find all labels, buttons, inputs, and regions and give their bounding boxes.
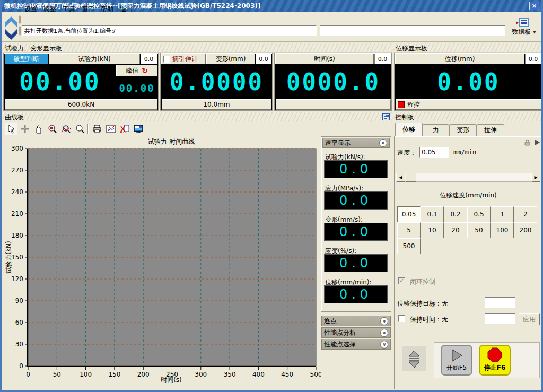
- tab-displacement[interactable]: 位移: [395, 123, 423, 136]
- zoom-curve-tool-button[interactable]: [60, 123, 73, 135]
- rate-deform-value: 0.0: [324, 223, 388, 241]
- collapse-down-icon[interactable]: «: [380, 317, 388, 325]
- printer-icon: [92, 124, 102, 134]
- menu-item-window[interactable]: 窗口: [79, 4, 97, 13]
- section-perf-select[interactable]: 性能点选择 «: [321, 339, 391, 350]
- speed-preset-button[interactable]: 0.1: [421, 206, 444, 222]
- rate-displacement-value: 0.0: [324, 285, 388, 303]
- curve-options-button[interactable]: [104, 123, 117, 135]
- speed-scrollbar-track[interactable]: [396, 173, 540, 182]
- hand-icon: [34, 124, 43, 134]
- speed-preset-button[interactable]: 5: [397, 222, 421, 238]
- collapse-down-icon[interactable]: «: [380, 341, 388, 349]
- speed-preset-button[interactable]: 0.2: [444, 206, 467, 222]
- secondary-textbox: [320, 25, 505, 36]
- start-button[interactable]: 开始F5: [441, 345, 472, 376]
- apply-button[interactable]: 应用: [519, 313, 540, 325]
- lock-icon[interactable]: [523, 138, 531, 146]
- menubar-grip: [19, 15, 21, 24]
- y-tick-label: 120: [11, 275, 23, 283]
- scrollbar-right-arrow[interactable]: ▶: [531, 173, 540, 182]
- rate-panel-header[interactable]: 速率显示 «: [322, 138, 390, 148]
- close-button[interactable]: ×: [529, 2, 539, 10]
- force-channel-label[interactable]: 试验力(kN): [49, 54, 140, 64]
- status-textbox: 共打开数据1条,当前位置为1,编号:/: [22, 25, 317, 36]
- databoard-button[interactable]: 数据板 ▼: [507, 18, 541, 40]
- extensometer-toggle[interactable]: 摘引伸计: [161, 54, 206, 64]
- speed-preset-button[interactable]: 0.5: [467, 206, 491, 222]
- zoom-out-tool-button[interactable]: [74, 123, 86, 135]
- speed-preset-button[interactable]: 2: [514, 206, 537, 222]
- y-tick-label: 60: [15, 319, 23, 326]
- menu-item-tools[interactable]: 工具: [60, 4, 78, 13]
- speed-label: 速度：: [397, 149, 416, 158]
- speed-preset-button[interactable]: 20: [444, 222, 467, 238]
- pan-tool-button[interactable]: [32, 123, 45, 135]
- speed-preset-button[interactable]: 100: [491, 222, 514, 238]
- speed-preset-button[interactable]: 1: [491, 206, 514, 222]
- copy-curve-button[interactable]: [118, 123, 131, 135]
- y-tick-label: 0: [19, 362, 23, 370]
- chart-x-axis-label: 时间(s): [28, 376, 314, 385]
- start-button-label: 开始F5: [446, 363, 467, 372]
- time-channel-label[interactable]: 时间(s): [275, 54, 374, 64]
- menu-item-help[interactable]: 帮助: [98, 4, 116, 13]
- time-range-label: [276, 99, 391, 110]
- break-judge-button[interactable]: 破型判断: [5, 54, 48, 64]
- y-tick-label: 240: [11, 188, 23, 196]
- collapse-down-icon[interactable]: «: [380, 329, 388, 337]
- tab-force[interactable]: 力: [423, 124, 449, 136]
- rate-strain-value: 0.0: [324, 254, 388, 272]
- cursor-tool-button[interactable]: [5, 123, 17, 135]
- zoom-box-tool-button[interactable]: [46, 123, 59, 135]
- speed-input[interactable]: [419, 147, 449, 158]
- speed-preset-button[interactable]: 0.05: [397, 206, 421, 222]
- section-perf-analysis[interactable]: 性能点分析 «: [321, 327, 391, 338]
- group-rule-left: [397, 196, 430, 196]
- collapse-up-icon[interactable]: «: [379, 139, 387, 147]
- speed-preset-button[interactable]: 200: [514, 222, 537, 238]
- displacement-channel-label[interactable]: 位移(mm): [395, 54, 524, 64]
- panel-expand-arrow-icon[interactable]: [534, 139, 540, 146]
- curve-options-icon: [106, 124, 116, 134]
- copy-curve-icon: [120, 124, 129, 134]
- displacement-panel-title: 位移显示板: [393, 43, 543, 53]
- menu-item-exit[interactable]: 退出: [117, 4, 135, 13]
- print-curve-button[interactable]: [91, 123, 103, 135]
- peak-refresh-icon[interactable]: ↻: [142, 66, 148, 75]
- scrollbar-left-arrow[interactable]: ◀: [396, 173, 405, 182]
- display-settings-button[interactable]: [132, 123, 145, 135]
- toolbar-grip: [19, 26, 21, 36]
- chart-svg: 0306090120150180210240270300050100150200…: [3, 136, 321, 380]
- menu-item-adjust[interactable]: 调整: [41, 4, 59, 13]
- extensometer-checkbox[interactable]: [163, 56, 170, 63]
- speed-preset-button[interactable]: 50: [467, 222, 491, 238]
- section-pointwise[interactable]: 逐点 «: [321, 316, 391, 326]
- crosshead-jog-button[interactable]: [402, 346, 426, 371]
- y-tick-label: 90: [15, 297, 23, 304]
- force-aux-value: 0.0: [141, 54, 157, 64]
- tab-tension[interactable]: 拉伸: [477, 124, 504, 136]
- float-panel-icon[interactable]: [382, 113, 390, 120]
- program-control-row: 程控: [396, 99, 541, 110]
- hold-target-input[interactable]: [485, 297, 515, 308]
- scrollbar-thumb[interactable]: [406, 173, 416, 182]
- speed-preset-button[interactable]: 10: [421, 222, 444, 238]
- peak-button[interactable]: 峰值 ↻: [116, 65, 157, 76]
- peak-label: 峰值: [126, 66, 138, 75]
- display-panel-title: 试验力、变形显示板: [3, 43, 392, 53]
- speed-preset-button[interactable]: 500: [397, 238, 421, 254]
- closed-loop-checkbox[interactable]: ✓: [398, 277, 405, 284]
- speed-grid-title: 位移速度(mm/min): [432, 191, 504, 200]
- hold-time-input[interactable]: [485, 313, 515, 324]
- hold-time-checkbox[interactable]: [398, 315, 405, 322]
- time-aux-value: 0.0: [374, 54, 391, 64]
- databoard-dropdown-icon: ▼: [533, 30, 536, 34]
- stop-button[interactable]: 停止F6: [479, 345, 511, 376]
- crosshair-tool-button[interactable]: [19, 123, 31, 135]
- deform-channel-label[interactable]: 变形(mm): [206, 54, 255, 64]
- stop-button-label: 停止F6: [484, 363, 506, 372]
- monitor-icon: [134, 124, 143, 134]
- tab-deform[interactable]: 变形: [449, 124, 477, 136]
- menu-item-settings[interactable]: 设置: [22, 4, 40, 13]
